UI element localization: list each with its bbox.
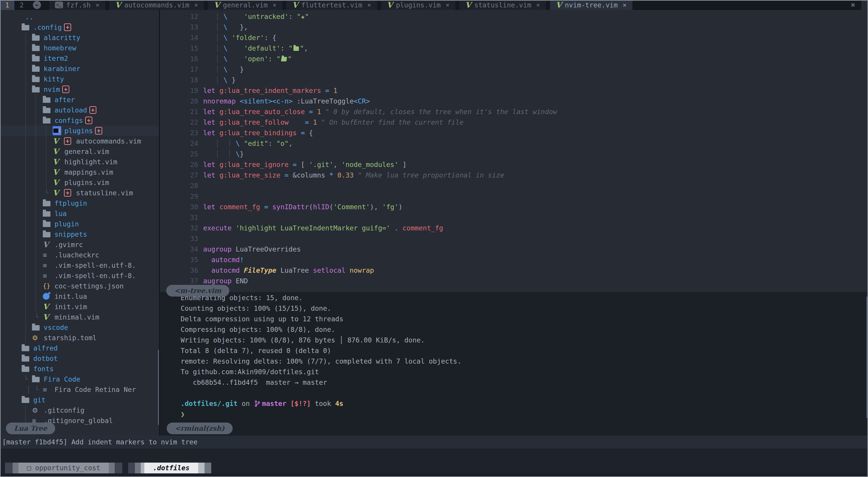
tree-item-.config[interactable]: .config+ <box>0 22 159 32</box>
tree-item-label: Fira Code <box>44 375 81 383</box>
tree-item-autocommands.vim[interactable]: V+autocommands.vim <box>0 136 159 146</box>
tabbar-right-cap <box>861 0 868 10</box>
tab-general.vim[interactable]: Vgeneral.vim× <box>208 0 282 10</box>
tree-statusline-badge: Lua Tree <box>6 422 55 434</box>
text-file-icon: ≡ <box>43 272 47 280</box>
segment-edge <box>12 463 19 473</box>
code-line: 20nnoremap <silent><c-n> :LuaTreeToggle<… <box>160 96 868 106</box>
terminal-line: Delta compression using up to 12 threads <box>181 314 868 324</box>
tree-item-Fira Code Retina Ner[interactable]: │ └ ≡Fira Code Retina Ner <box>0 384 159 395</box>
terminal-line: Total 8 (delta 7), reused 0 (delta 0) <box>181 345 868 356</box>
tree-item-git[interactable]: git <box>0 395 159 405</box>
tree-item-homebrew[interactable]: homebrew <box>0 43 159 53</box>
tree-item-general.vim[interactable]: Vgeneral.vim <box>0 146 159 157</box>
editor-pane[interactable]: 12 │ \ 'untracked': "★"13 │ \ },14 │ \ '… <box>160 10 868 292</box>
terminal-icon: >_ <box>55 2 63 8</box>
tree-item-coc-settings.json[interactable]: {}coc-settings.json <box>0 281 159 291</box>
tmux-window-.dotfiles[interactable]: .dotfiles <box>128 463 211 473</box>
segment-edge <box>135 463 141 473</box>
tree-item-alfred[interactable]: alfred <box>0 343 159 353</box>
folder-icon <box>43 222 51 227</box>
tab-close-icon[interactable]: × <box>367 1 371 9</box>
tab-close-icon[interactable]: × <box>446 1 450 9</box>
segment-edge <box>198 463 205 473</box>
tab-number-2[interactable]: 2 <box>14 0 29 10</box>
tab-number-1[interactable]: 1 <box>0 0 14 10</box>
tab-close-icon[interactable]: × <box>623 1 626 9</box>
tree-item-Fira Code[interactable]: └ Fira Code <box>0 374 159 384</box>
tree-item-mappings.vim[interactable]: Vmappings.vim <box>0 167 159 177</box>
line-number: 18 <box>160 75 198 85</box>
tree-item-statusline.vim[interactable]: └ V+statusline.vim <box>0 188 159 198</box>
tree-item-nvim[interactable]: nvim+ <box>0 84 159 95</box>
tree-item-alacritty[interactable]: alacritty <box>0 32 159 43</box>
tab-plugins.vim[interactable]: Vplugins.vim× <box>381 0 455 10</box>
tree-item-plugins.vim[interactable]: Vplugins.vim <box>0 177 159 188</box>
tab-nvim-tree.vim[interactable]: Vnvim-tree.vim× <box>550 0 632 10</box>
tree-item-.vim-spell-en.utf-8.[interactable]: ≡.vim-spell-en.utf-8. <box>0 270 159 281</box>
code-line: 17 │ \ } <box>160 64 868 75</box>
tree-scrollbar-thumb[interactable] <box>158 350 159 425</box>
tab-close-icon[interactable]: × <box>273 1 277 9</box>
tree-item-.gitconfig[interactable]: ⚙.gitconfig <box>0 405 159 415</box>
tree-item-kitty[interactable]: kitty <box>0 74 159 84</box>
tab-close-icon[interactable]: × <box>194 1 198 9</box>
tree-item-plugin[interactable]: plugin <box>0 219 159 229</box>
terminal-line: To github.com:Akin909/dotfiles.git <box>181 367 868 377</box>
vim-file-icon: V <box>387 1 393 9</box>
line-number: 20 <box>160 96 198 106</box>
tree-item-plugins[interactable]: plugins+ <box>0 126 159 136</box>
terminal-line <box>181 388 868 398</box>
line-number: 26 <box>160 159 198 170</box>
tree-item-init.lua[interactable]: init.lua <box>0 291 159 302</box>
tree-item-after[interactable]: after <box>0 95 159 105</box>
tree-item-.gvimrc[interactable]: V.gvimrc <box>0 239 159 250</box>
tree-item-.vim-spell-en.utf-8.[interactable]: ≡.vim-spell-en.utf-8. <box>0 260 159 270</box>
back-arrow-icon[interactable]: ← <box>33 1 41 9</box>
tree-item-highlight.vim[interactable]: Vhighlight.vim <box>0 157 159 167</box>
tmux-window-opportunity_cost[interactable]: □ opportunity_cost <box>5 463 122 473</box>
tree-item-label: starship.toml <box>44 334 97 342</box>
tree-item-vscode[interactable]: vscode <box>0 322 159 333</box>
vim-file-icon: V <box>43 303 49 310</box>
tree-item-.luacheckrc[interactable]: ≡.luacheckrc <box>0 250 159 260</box>
terminal-pane[interactable]: Enumerating objects: 15, done.Counting o… <box>160 292 868 436</box>
terminal-scrollbar-thumb[interactable] <box>866 297 868 418</box>
tree-item-iterm2[interactable]: iterm2 <box>0 53 159 63</box>
line-number: 32 <box>160 223 198 233</box>
tree-item-init.vim[interactable]: Vinit.vim <box>0 302 159 312</box>
tab-label: fzf.sh <box>66 1 91 9</box>
tree-item-label: .gvimrc <box>55 241 83 249</box>
tree-item-starship.toml[interactable]: ⚙starship.toml <box>0 333 159 343</box>
folder-icon <box>43 232 51 237</box>
tree-item-label: ftplugin <box>55 199 87 207</box>
tab-fzf.sh[interactable]: >_fzf.sh× <box>49 0 105 10</box>
tree-item-karabiner[interactable]: karabiner <box>0 63 159 74</box>
tree-item-label: Fira Code Retina Ner <box>55 386 136 394</box>
tab-close-icon[interactable]: × <box>95 1 99 9</box>
tab-close-icon[interactable]: × <box>536 1 540 9</box>
code-line: 13 │ \ }, <box>160 22 868 32</box>
code-line: 29 <box>160 191 868 202</box>
tree-item-snippets[interactable]: snippets <box>0 229 159 239</box>
tree-item-dotbot[interactable]: dotbot <box>0 353 159 364</box>
tree-item-fonts[interactable]: fonts <box>0 364 159 374</box>
tree-item-autoload[interactable]: autoload+ <box>0 105 159 115</box>
tab-statusline.vim[interactable]: Vstatusline.vim× <box>460 0 546 10</box>
tree-item-label: iterm2 <box>44 55 68 62</box>
tree-item-label: .luacheckrc <box>55 251 99 259</box>
tab-autocommands.vim[interactable]: Vautocommands.vim× <box>109 0 204 10</box>
tree-item-..[interactable]: .. <box>0 12 159 22</box>
close-all-icon[interactable]: ✖ <box>851 0 856 9</box>
code-line: 19let g:lua_tree_indent_markers = 1 <box>160 85 868 96</box>
segment-edge <box>109 463 115 473</box>
tree-item-ftplugin[interactable]: ftplugin <box>0 198 159 208</box>
tree-item-label: kitty <box>44 75 64 83</box>
tree-item-minimal.vim[interactable]: └ Vminimal.vim <box>0 312 159 322</box>
tree-item-lua[interactable]: lua <box>0 208 159 219</box>
line-number: 24 <box>160 138 198 149</box>
tree-item-configs[interactable]: configs+ <box>0 115 159 126</box>
git-new-file-icon: + <box>64 24 71 31</box>
folder-icon <box>32 77 40 82</box>
tab-fluttertest.vim[interactable]: Vfluttertest.vim× <box>286 0 377 10</box>
